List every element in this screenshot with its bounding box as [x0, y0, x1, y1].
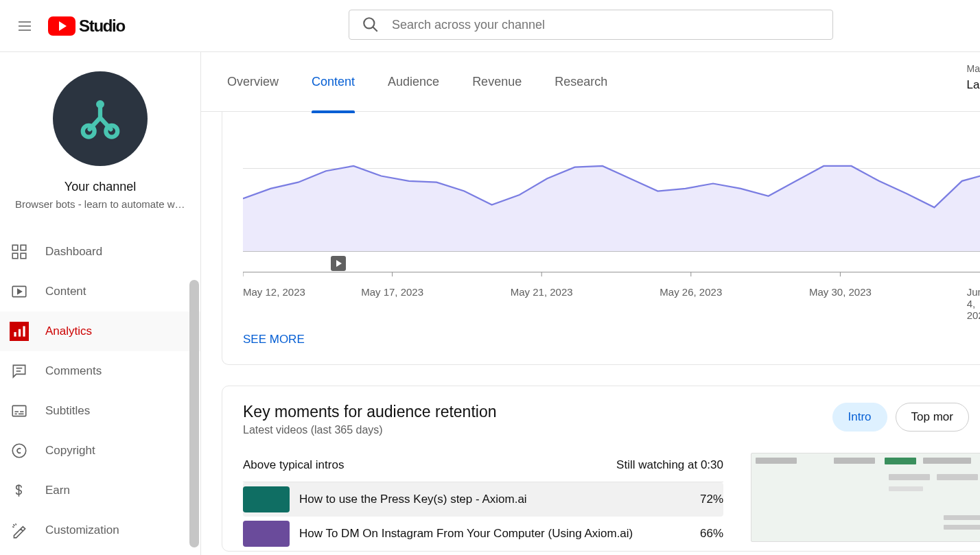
sidebar-item-label: Comments [45, 364, 102, 378]
key-moments-card: Key moments for audience retention Lates… [222, 386, 980, 552]
sidebar-item-subtitles[interactable]: Subtitles [0, 391, 200, 431]
chip-intro[interactable]: Intro [832, 403, 887, 432]
svg-point-20 [12, 444, 26, 458]
search-input[interactable] [392, 18, 820, 32]
x-tick-label: May 26, 2023 [660, 286, 722, 298]
x-tick-label: Jun 4, 2023 [967, 286, 980, 321]
copyright-icon [10, 441, 29, 460]
km-header-right: Still watching at 0:30 [616, 458, 723, 472]
sidebar-item-label: Earn [45, 484, 70, 497]
chart-x-axis-labels: May 12, 2023May 17, 2023May 21, 2023May … [243, 286, 980, 301]
sidebar-item-label: Customization [45, 523, 119, 537]
key-moments-list: Above typical intros Still watching at 0… [243, 453, 723, 551]
key-moments-subtitle: Latest videos (last 365 days) [243, 424, 496, 436]
video-preview-thumbnail[interactable] [751, 453, 980, 542]
play-marker-icon[interactable] [331, 256, 346, 271]
youtube-play-icon [48, 16, 75, 36]
hamburger-icon [16, 18, 33, 34]
search-box[interactable] [349, 10, 833, 40]
views-chart-area: May 12, 2023May 17, 2023May 21, 2023May … [222, 112, 980, 315]
sidebar: Your channel Browser bots - learn to aut… [0, 52, 201, 555]
tab-research[interactable]: Research [555, 69, 607, 95]
sidebar-item-comments[interactable]: Comments [0, 351, 200, 391]
studio-logo[interactable]: Studio [48, 16, 125, 36]
km-header-left: Above typical intros [243, 458, 344, 472]
views-chart-panel: May 12, 2023May 17, 2023May 21, 2023May … [222, 112, 980, 365]
svg-rect-8 [21, 253, 26, 259]
video-title: How To DM On Instagram From Your Compute… [299, 527, 682, 541]
retention-percent: 72% [682, 493, 723, 506]
x-tick-label: May 17, 2023 [361, 286, 423, 298]
channel-name-text: Browser bots - learn to automate wit… [10, 198, 191, 210]
analytics-tabs: Overview Content Audience Revenue Resear… [201, 52, 980, 112]
svg-rect-15 [12, 405, 26, 416]
sidebar-item-dashboard[interactable]: Dashboard [0, 232, 200, 272]
svg-point-0 [364, 18, 374, 28]
channel-avatar-icon [76, 95, 124, 143]
svg-rect-11 [19, 329, 21, 337]
tab-content[interactable]: Content [312, 69, 355, 95]
sidebar-item-label: Analytics [45, 324, 92, 338]
video-thumbnail [243, 486, 290, 512]
svg-rect-10 [14, 332, 16, 337]
sidebar-item-label: Content [45, 285, 86, 298]
key-moments-row[interactable]: How to use the Press Key(s) step - Axiom… [243, 482, 723, 517]
sidebar-item-label: Copyright [45, 444, 95, 458]
sidebar-item-analytics[interactable]: Analytics [0, 311, 200, 351]
tab-revenue[interactable]: Revenue [472, 69, 522, 95]
key-moments-chips: Intro Top mor [832, 403, 969, 432]
tab-audience[interactable]: Audience [388, 69, 439, 95]
app-header: Studio [0, 0, 980, 52]
retention-percent: 66% [682, 527, 723, 541]
see-more-button[interactable]: SEE MORE [222, 315, 980, 364]
sidebar-item-label: Subtitles [45, 404, 90, 418]
svg-rect-12 [23, 326, 25, 336]
video-thumbnail [243, 521, 290, 547]
subtitles-icon [10, 401, 29, 421]
analytics-icon [10, 322, 29, 341]
tab-overview[interactable]: Overview [227, 69, 279, 95]
x-tick-label: May 12, 2023 [243, 286, 305, 298]
x-tick-label: May 21, 2023 [511, 286, 573, 298]
sidebar-nav: Dashboard Content Analytics Comments Sub… [0, 232, 200, 550]
sidebar-item-label: Dashboard [45, 245, 102, 259]
sidebar-item-earn[interactable]: Earn [0, 471, 200, 510]
channel-summary: Your channel Browser bots - learn to aut… [0, 52, 200, 222]
sidebar-item-customization[interactable]: Customization [0, 510, 200, 550]
sidebar-item-content[interactable]: Content [0, 272, 200, 311]
comments-icon [10, 362, 29, 381]
views-line-chart[interactable] [243, 112, 980, 279]
date-range-partial: Ma La [967, 62, 980, 94]
key-moments-row[interactable]: How To DM On Instagram From Your Compute… [243, 517, 723, 551]
main-content: Overview Content Audience Revenue Resear… [201, 52, 980, 555]
svg-rect-7 [12, 253, 18, 259]
your-channel-label: Your channel [10, 180, 191, 194]
chip-top-moments[interactable]: Top mor [896, 403, 969, 432]
dashboard-icon [10, 242, 29, 261]
sidebar-item-copyright[interactable]: Copyright [0, 431, 200, 471]
svg-line-1 [373, 27, 377, 32]
menu-toggle-button[interactable] [11, 12, 38, 40]
studio-wordmark: Studio [79, 16, 125, 36]
key-moments-title: Key moments for audience retention [243, 403, 496, 421]
earn-icon [10, 481, 29, 500]
customization-icon [10, 521, 29, 540]
sidebar-scrollbar[interactable] [189, 280, 199, 547]
search-icon [362, 16, 380, 34]
svg-rect-5 [12, 245, 18, 250]
key-moments-preview [751, 453, 969, 551]
svg-rect-6 [21, 245, 26, 250]
x-tick-label: May 30, 2023 [809, 286, 872, 298]
video-title: How to use the Press Key(s) step - Axiom… [299, 493, 682, 506]
content-icon [10, 282, 29, 301]
channel-avatar[interactable] [53, 71, 148, 166]
